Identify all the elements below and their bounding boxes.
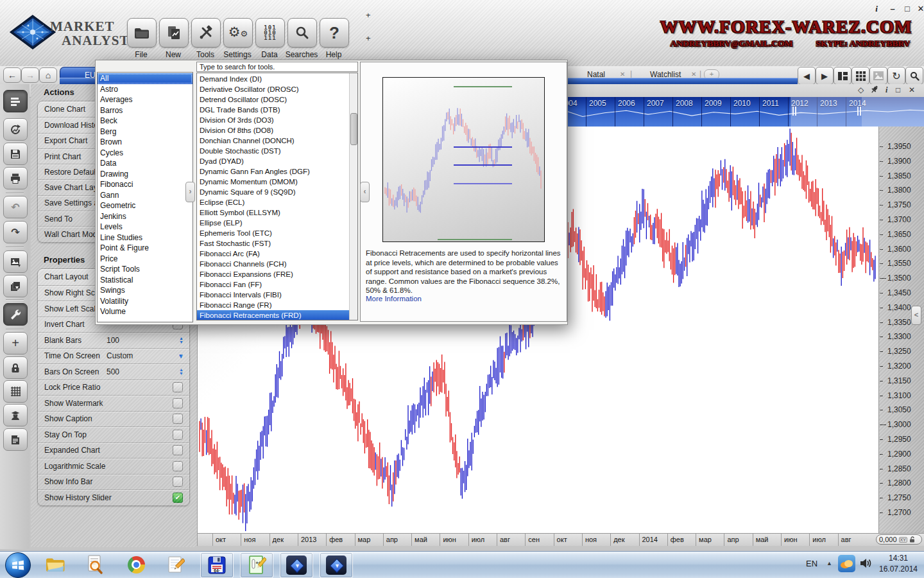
scrollbar-thumb[interactable] xyxy=(350,113,357,145)
expand-categories-button[interactable]: › xyxy=(185,182,195,202)
category-item[interactable]: Berg xyxy=(98,127,193,137)
scroll-tabs-left-button[interactable]: ◀ xyxy=(798,67,816,85)
category-item[interactable]: Averages xyxy=(98,94,193,105)
tool-item[interactable]: Fibonacci Expansions (FRE) xyxy=(197,269,357,279)
property-row[interactable]: Show Info Bar xyxy=(38,474,189,490)
tool-search-input[interactable]: Type to search for tools. xyxy=(196,62,358,72)
tool-item[interactable]: Fibonacci Fan (FF) xyxy=(197,279,357,290)
category-item[interactable]: Volatility xyxy=(98,296,193,307)
slider-grip-handle[interactable] xyxy=(857,107,859,116)
price-scale[interactable]: 1,39501,39001,38501,38001,37501,37001,36… xyxy=(878,127,924,533)
category-item[interactable]: Geometric xyxy=(98,200,193,211)
tool-item[interactable]: Derivative Oscillator (DROSC) xyxy=(197,84,357,94)
export-image-button[interactable] xyxy=(3,250,28,273)
forward-button[interactable]: → xyxy=(21,67,39,83)
news-button[interactable] xyxy=(3,428,28,451)
tool-item[interactable]: Fast Stochastic (FST) xyxy=(197,238,357,249)
close-pane-icon[interactable]: ✕ xyxy=(909,85,915,94)
collapse-scale-button[interactable]: < xyxy=(911,306,921,325)
tool-item[interactable]: Fibonacci Arc (FA) xyxy=(197,249,357,259)
tab-watchlist-close-icon[interactable]: ✕ xyxy=(691,71,696,78)
scrollbar[interactable] xyxy=(349,73,357,320)
checkbox[interactable] xyxy=(173,382,183,392)
property-row[interactable]: Expanded Chart xyxy=(38,442,189,459)
category-item[interactable]: All xyxy=(98,73,193,84)
property-row[interactable]: Stay On Top xyxy=(38,426,189,442)
taskbar-downloader-app[interactable]: ▼ xyxy=(320,552,353,578)
tool-item[interactable]: Dyad (DYAD) xyxy=(197,156,357,166)
help-button[interactable]: ? xyxy=(320,18,349,48)
category-item[interactable]: Gann xyxy=(98,190,193,201)
back-button[interactable]: ← xyxy=(3,67,21,83)
grid-toggle-button[interactable] xyxy=(3,380,28,403)
collapse-preview-button[interactable]: ‹ xyxy=(360,182,370,202)
category-item[interactable]: Jenkins xyxy=(98,211,193,222)
data-button[interactable]: 101 010 111 xyxy=(255,18,285,48)
chart-levels-button[interactable] xyxy=(3,90,28,112)
refresh-button[interactable]: ↻ xyxy=(887,67,905,85)
spinner[interactable]: ▲▼ xyxy=(179,337,184,344)
tool-item[interactable]: Fibonacci Retracements (FRD) xyxy=(197,310,357,320)
clock[interactable]: 14:31 16.07.2014 xyxy=(875,553,921,575)
category-item[interactable]: Barros xyxy=(98,105,193,116)
new-button[interactable] xyxy=(159,18,189,48)
tool-item[interactable]: Elliott Symbol (ELLSYM) xyxy=(197,207,357,218)
property-row[interactable]: Show Caption xyxy=(38,411,189,427)
timeline-selection[interactable] xyxy=(791,97,862,127)
taskbar-downloader-app[interactable]: ▼ xyxy=(280,552,313,578)
print-button[interactable] xyxy=(3,167,28,189)
checkbox[interactable] xyxy=(173,414,183,424)
weather-tray-icon[interactable] xyxy=(838,555,855,572)
tool-item[interactable]: Fibonacci Intervals (FIBI) xyxy=(197,290,357,300)
tool-item[interactable]: Fibonacci Range (FR) xyxy=(197,300,357,310)
tool-item[interactable]: Ellipse (ELP) xyxy=(197,218,357,228)
tools-panel-button[interactable] xyxy=(3,303,28,326)
save-button[interactable] xyxy=(3,143,28,165)
category-item[interactable]: Cycles xyxy=(98,148,193,159)
tool-item[interactable]: Demand Index (DI) xyxy=(197,74,357,84)
scroll-tabs-right-button[interactable]: ▶ xyxy=(816,67,834,85)
pin-icon[interactable] xyxy=(871,85,878,94)
tool-item[interactable]: Dynamic Momentum (DMOM) xyxy=(197,177,357,187)
dropdown-chevron[interactable]: ▼ xyxy=(178,353,184,360)
start-button[interactable] xyxy=(5,552,31,578)
taskbar-floppy-app[interactable]: 64· xyxy=(200,552,234,578)
category-item[interactable]: Volume xyxy=(98,306,193,317)
taskbar-editor-app[interactable]: ++ xyxy=(240,552,273,578)
checkbox[interactable] xyxy=(173,477,183,487)
image-button[interactable] xyxy=(869,67,887,85)
show-hidden-icons-button[interactable]: ▲ xyxy=(826,560,832,566)
checkbox[interactable] xyxy=(173,445,183,455)
property-row[interactable]: Show Watermark xyxy=(38,395,189,411)
category-item[interactable]: Point & Figure xyxy=(98,243,193,254)
category-item[interactable]: Drawing xyxy=(98,169,193,180)
taskbar-search-button[interactable] xyxy=(83,554,107,575)
tool-item[interactable]: Dynamic Gann Fan Angles (DGF) xyxy=(197,166,357,177)
lock-button[interactable] xyxy=(3,356,28,379)
tool-item[interactable]: DGL Trade Bands (DTB) xyxy=(197,105,357,115)
category-item[interactable]: Beck xyxy=(98,116,193,127)
checkbox[interactable] xyxy=(173,398,183,408)
volume-tray-icon[interactable] xyxy=(860,557,872,569)
layers-export-button[interactable] xyxy=(3,275,28,297)
expert-button[interactable] xyxy=(3,404,28,426)
grid-view-button[interactable] xyxy=(851,67,869,85)
tool-item[interactable]: Detrend Oscillator (DOSC) xyxy=(197,94,357,105)
search-button[interactable] xyxy=(905,67,923,85)
diamond-icon[interactable]: ◇ xyxy=(858,85,864,94)
category-item[interactable]: Fibonacci xyxy=(98,179,193,190)
coordinate-box[interactable]: 0,000 XY xyxy=(876,534,922,545)
category-item[interactable]: Astro xyxy=(98,84,193,95)
tool-item[interactable]: Dynamic Square of 9 (SQ9D) xyxy=(197,187,357,197)
crosshair-button[interactable]: + xyxy=(3,332,28,355)
info-icon[interactable]: i xyxy=(886,85,887,95)
tool-item[interactable]: Double Stochastic (DST) xyxy=(197,146,357,156)
window-maximize-button[interactable]: □ xyxy=(901,4,914,14)
restore-icon[interactable]: □ xyxy=(896,85,900,94)
category-item[interactable]: Swings xyxy=(98,285,193,296)
tool-item[interactable]: Division Of 8ths (DO8) xyxy=(197,125,357,136)
home-button[interactable]: ⌂ xyxy=(39,67,57,83)
redo-button[interactable]: ↷ xyxy=(3,221,28,243)
property-row[interactable]: Time On ScreenCustom▼ xyxy=(38,348,189,364)
tab-natal-close-icon[interactable]: ✕ xyxy=(620,71,625,78)
